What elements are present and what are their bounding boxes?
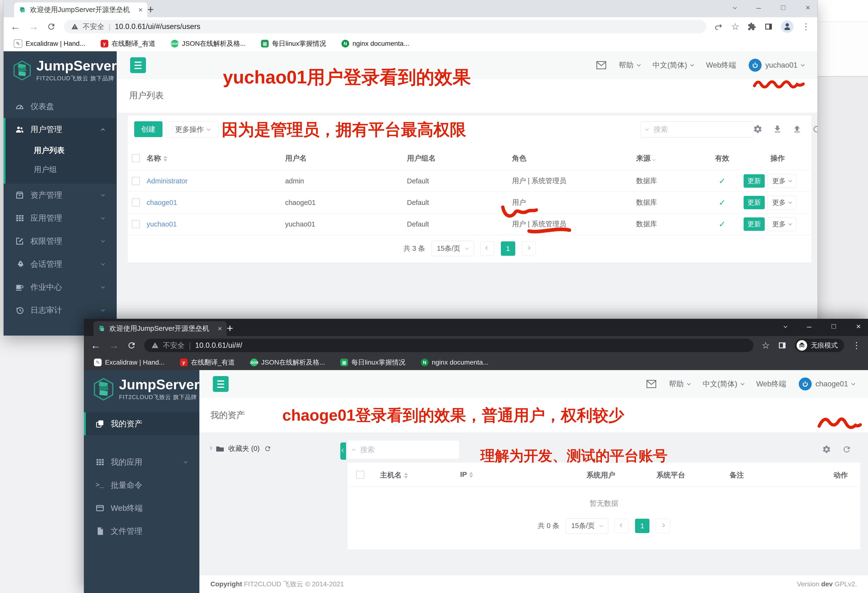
select-all-checkbox[interactable]	[356, 471, 364, 479]
update-button[interactable]: 更新	[744, 174, 765, 188]
more-button[interactable]: 更多	[768, 174, 796, 188]
sidebar-item-user-management[interactable]: 用户管理	[4, 118, 117, 141]
sidebar-item-log-audit[interactable]: 日志审计	[4, 299, 117, 322]
update-button[interactable]: 更新	[744, 217, 765, 231]
maximize-icon[interactable]: □	[831, 322, 836, 330]
user-menu[interactable]: yuchao01	[748, 59, 804, 72]
extensions-icon[interactable]	[747, 22, 756, 31]
tree-refresh-icon[interactable]	[264, 445, 271, 452]
column-header-source[interactable]: 来源	[636, 154, 701, 163]
create-button[interactable]: 创建	[134, 121, 162, 137]
column-header-ip[interactable]: IP	[460, 470, 473, 478]
next-page-button[interactable]	[656, 519, 670, 533]
user-link[interactable]: chaoge01	[147, 199, 177, 206]
web-terminal-link[interactable]: Web终端	[706, 60, 736, 70]
sidebar-subitem-user-list[interactable]: 用户列表	[4, 141, 117, 160]
hamburger-button[interactable]	[213, 376, 229, 392]
address-bar[interactable]: 不安全 | 10.0.0.61/ui/#/	[144, 339, 753, 352]
refresh-icon[interactable]	[842, 445, 851, 454]
reload-icon[interactable]	[47, 22, 56, 31]
row-checkbox[interactable]	[132, 198, 140, 207]
help-menu[interactable]: 帮助	[619, 60, 640, 70]
bookmark-item[interactable]: y在线翻译_有道	[180, 358, 235, 367]
tree-collapse-handle[interactable]	[340, 442, 346, 460]
minimize-icon[interactable]: –	[756, 3, 761, 12]
sidebar-item-asset-management[interactable]: 资产管理	[4, 183, 117, 207]
asset-search-input[interactable]	[360, 445, 454, 454]
row-checkbox[interactable]	[132, 177, 140, 185]
table-row[interactable]: Administrator admin Default 用户 | 系统管理员 数…	[127, 170, 812, 192]
more-actions-button[interactable]: 更多操作	[166, 121, 218, 138]
bookmark-star-icon[interactable]: ☆	[762, 340, 770, 350]
user-search-input[interactable]	[653, 125, 748, 134]
column-header-name[interactable]: 名称	[144, 154, 285, 163]
hamburger-button[interactable]	[130, 57, 146, 73]
export-upload-icon[interactable]	[792, 124, 802, 134]
kebab-menu-icon[interactable]: ⋮	[852, 340, 861, 350]
address-bar[interactable]: 不安全 | 10.0.0.61/ui/#/users/users	[64, 20, 706, 33]
select-all-checkbox[interactable]	[132, 154, 140, 162]
sort-icon[interactable]	[164, 156, 167, 161]
settings-gear-icon[interactable]	[753, 124, 763, 134]
bookmark-item[interactable]: ▦每日linux掌握情况	[261, 39, 326, 48]
forward-icon[interactable]: →	[109, 340, 119, 350]
language-menu[interactable]: 中文(简体)	[703, 379, 744, 389]
close-icon[interactable]: ×	[806, 3, 810, 12]
browser-tab[interactable]: 欢迎使用JumpServer开源堡垒机 ×	[93, 321, 227, 336]
user-search-box[interactable]	[640, 121, 753, 138]
sidebar-item-bulk-command[interactable]: >_ 批量命令	[84, 474, 199, 497]
settings-gear-icon[interactable]	[822, 445, 831, 454]
language-menu[interactable]: 中文(简体)	[652, 60, 694, 70]
forward-icon[interactable]: →	[28, 22, 38, 32]
user-link[interactable]: yuchao01	[147, 220, 177, 228]
close-icon[interactable]: ×	[856, 322, 861, 331]
sidebar-item-my-assets[interactable]: 我的资产	[84, 412, 199, 435]
sort-icon[interactable]	[404, 473, 408, 478]
page-size-select[interactable]: 15条/页	[431, 241, 474, 256]
window-menu-icon[interactable]	[733, 5, 737, 9]
bookmark-item[interactable]: ✎Excalidraw | Hand...	[94, 359, 165, 366]
sidebar-item-dashboard[interactable]: 仪表盘	[4, 95, 117, 118]
import-download-icon[interactable]	[773, 124, 782, 134]
mail-icon[interactable]	[646, 380, 656, 388]
asset-tree-node[interactable]: 收藏夹 (0)	[209, 444, 271, 454]
update-button[interactable]: 更新	[744, 196, 765, 209]
bookmark-star-icon[interactable]: ☆	[731, 21, 739, 32]
browser-tab[interactable]: 欢迎使用JumpServer开源堡垒机 ×	[14, 2, 148, 17]
sidebar-item-my-apps[interactable]: 我的应用	[84, 451, 199, 474]
sidebar-subitem-user-groups[interactable]: 用户组	[4, 160, 117, 179]
back-icon[interactable]: ←	[91, 340, 100, 350]
side-panel-icon[interactable]	[778, 341, 787, 350]
maximize-icon[interactable]: □	[781, 3, 785, 12]
sidebar-item-session-management[interactable]: 会话管理	[4, 253, 117, 276]
sort-icon[interactable]	[469, 472, 473, 478]
share-icon[interactable]	[714, 22, 723, 31]
table-row[interactable]: yuchao01 yuchao01 Default 用户 | 系统管理员 数据库…	[127, 213, 812, 235]
prev-page-button[interactable]	[614, 519, 629, 533]
current-page-button[interactable]: 1	[635, 519, 650, 533]
tab-close-icon[interactable]: ×	[138, 6, 143, 14]
profile-avatar[interactable]	[781, 21, 793, 33]
bookmark-item[interactable]: y在线翻译_有道	[100, 39, 156, 48]
bookmark-item[interactable]: ✎Excalidraw | Hand...	[14, 39, 85, 48]
reload-icon[interactable]	[127, 341, 136, 350]
page-size-select[interactable]: 15条/页	[565, 518, 608, 534]
back-icon[interactable]: ←	[10, 22, 21, 32]
window-menu-icon[interactable]	[784, 324, 787, 328]
bookmark-item[interactable]: Nnginx documenta...	[341, 40, 409, 47]
row-checkbox[interactable]	[132, 220, 140, 228]
sidebar-item-web-terminal[interactable]: Web终端	[84, 497, 199, 520]
mail-icon[interactable]	[596, 61, 606, 69]
user-menu[interactable]: chaoge01	[799, 377, 855, 390]
asset-search-box[interactable]	[347, 440, 460, 459]
sidebar-item-job-center[interactable]: 作业中心	[4, 276, 117, 299]
current-page-button[interactable]: 1	[501, 241, 515, 256]
sidebar-item-app-management[interactable]: 应用管理	[4, 207, 117, 230]
new-tab-button[interactable]: +	[148, 3, 154, 16]
bookmark-item[interactable]: JSONJSON在线解析及格...	[171, 39, 246, 48]
bookmark-item[interactable]: ▦每日linux掌握情况	[340, 358, 406, 367]
bookmark-item[interactable]: Nnginx documenta...	[421, 359, 489, 366]
tab-close-icon[interactable]: ×	[218, 325, 222, 333]
refresh-icon[interactable]	[812, 124, 818, 134]
next-page-button[interactable]	[521, 241, 536, 256]
